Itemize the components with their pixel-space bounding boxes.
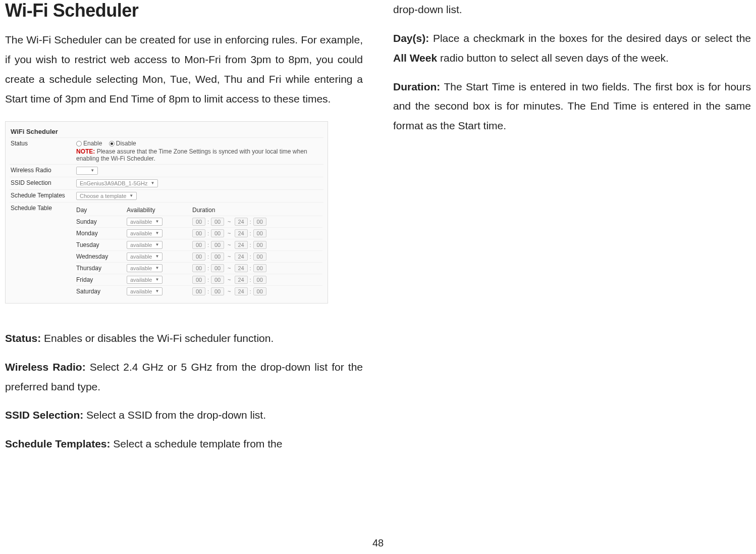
schedule-template-select[interactable]: Choose a template ▼ <box>76 192 137 200</box>
table-row: Tuesdayavailable▼00:00 ~ 24:00 <box>76 239 322 250</box>
availability-select[interactable]: available▼ <box>127 241 163 249</box>
day-name: Saturday <box>76 288 127 295</box>
start-hour-input[interactable]: 00 <box>192 287 205 295</box>
radio-icon <box>109 141 115 146</box>
col-availability: Availability <box>127 207 192 214</box>
status-label: Status <box>11 140 76 147</box>
availability-select[interactable]: available▼ <box>127 276 163 284</box>
table-row: Saturdayavailable▼00:00 ~ 24:00 <box>76 285 322 297</box>
end-min-input[interactable]: 00 <box>253 287 266 295</box>
end-min-input[interactable]: 00 <box>253 253 266 261</box>
range-tilde: ~ <box>226 242 233 248</box>
start-min-input[interactable]: 00 <box>211 264 224 272</box>
day-name: Wednesday <box>76 253 127 260</box>
start-min-input[interactable]: 00 <box>211 241 224 249</box>
start-min-input[interactable]: 00 <box>211 218 224 226</box>
availability-select[interactable]: available▼ <box>127 229 163 237</box>
range-tilde: ~ <box>226 230 233 236</box>
page-title: Wi-Fi Scheduler <box>5 0 363 21</box>
chevron-down-icon: ▼ <box>151 181 155 185</box>
start-hour-input[interactable]: 00 <box>192 253 205 261</box>
radio-icon <box>76 141 82 146</box>
time-colon: : <box>207 288 209 294</box>
def-ssid-selection: SSID Selection: Select a SSID from the d… <box>5 406 363 425</box>
time-colon: : <box>207 254 209 260</box>
select-value: available <box>130 254 152 260</box>
schedule-table-label: Schedule Table <box>11 205 76 212</box>
schedule-templates-label: Schedule Templates <box>11 192 76 199</box>
select-value: available <box>130 230 152 236</box>
start-hour-input[interactable]: 00 <box>192 241 205 249</box>
end-min-input[interactable]: 00 <box>253 264 266 272</box>
availability-select[interactable]: available▼ <box>127 287 163 295</box>
col-duration: Duration <box>192 207 293 214</box>
end-hour-input[interactable]: 24 <box>235 287 248 295</box>
end-min-input[interactable]: 00 <box>253 241 266 249</box>
range-tilde: ~ <box>226 277 233 283</box>
end-min-input[interactable]: 00 <box>253 229 266 237</box>
wireless-radio-label: Wireless Radio <box>11 167 76 174</box>
end-hour-input[interactable]: 24 <box>235 241 248 249</box>
table-row: Sundayavailable▼00:00 ~ 24:00 <box>76 216 322 227</box>
status-enable-radio[interactable]: Enable <box>76 140 102 147</box>
time-colon: : <box>207 242 209 248</box>
end-min-input[interactable]: 00 <box>253 276 266 284</box>
range-tilde: ~ <box>226 219 233 225</box>
time-colon: : <box>250 288 251 294</box>
select-value <box>80 168 87 174</box>
day-name: Thursday <box>76 265 127 272</box>
time-colon: : <box>207 230 209 236</box>
def-schedule-templates: Schedule Templates: Select a schedule te… <box>5 434 363 454</box>
time-colon: : <box>250 242 251 248</box>
availability-select[interactable]: available▼ <box>127 253 163 261</box>
start-hour-input[interactable]: 00 <box>192 264 205 272</box>
col-day: Day <box>76 207 127 214</box>
start-hour-input[interactable]: 00 <box>192 276 205 284</box>
end-hour-input[interactable]: 24 <box>235 229 248 237</box>
time-colon: : <box>250 219 251 225</box>
wireless-radio-select[interactable]: ▼ <box>76 167 98 175</box>
end-hour-input[interactable]: 24 <box>235 253 248 261</box>
table-row: Wednesdayavailable▼00:00 ~ 24:00 <box>76 250 322 262</box>
ssid-select[interactable]: EnGenius3A9ADB_1-5GHz ▼ <box>76 179 158 187</box>
day-name: Monday <box>76 230 127 237</box>
wifi-scheduler-screenshot: WiFi Scheduler Status Enable Disable NOT… <box>5 121 328 304</box>
select-value: available <box>130 288 152 294</box>
start-min-input[interactable]: 00 <box>211 287 224 295</box>
end-hour-input[interactable]: 24 <box>235 264 248 272</box>
availability-select[interactable]: available▼ <box>127 218 163 226</box>
time-colon: : <box>250 277 251 283</box>
status-disable-radio[interactable]: Disable <box>109 140 136 147</box>
range-tilde: ~ <box>226 288 233 294</box>
time-colon: : <box>207 219 209 225</box>
chevron-down-icon: ▼ <box>90 168 94 173</box>
intro-paragraph: The Wi-Fi Scheduler can be created for u… <box>5 30 363 109</box>
chevron-down-icon: ▼ <box>155 266 159 270</box>
chevron-down-icon: ▼ <box>155 231 159 235</box>
start-min-input[interactable]: 00 <box>211 229 224 237</box>
start-min-input[interactable]: 00 <box>211 253 224 261</box>
note-prefix: NOTE: <box>76 148 95 155</box>
time-colon: : <box>207 265 209 271</box>
range-tilde: ~ <box>226 254 233 260</box>
select-value: available <box>130 242 152 248</box>
def-wireless-radio: Wireless Radio: Select 2.4 GHz or 5 GHz … <box>5 358 363 397</box>
start-hour-input[interactable]: 00 <box>192 218 205 226</box>
start-min-input[interactable]: 00 <box>211 276 224 284</box>
panel-title: WiFi Scheduler <box>10 126 323 137</box>
def-status: Status: Enables or disables the Wi-Fi sc… <box>5 329 363 348</box>
chevron-down-icon: ▼ <box>155 289 159 293</box>
select-value: available <box>130 219 152 225</box>
ssid-selection-label: SSID Selection <box>11 179 76 186</box>
start-hour-input[interactable]: 00 <box>192 229 205 237</box>
chevron-down-icon: ▼ <box>155 219 159 224</box>
end-hour-input[interactable]: 24 <box>235 276 248 284</box>
def-days: Day(s): Place a checkmark in the boxes f… <box>393 29 751 68</box>
select-value: EnGenius3A9ADB_1-5GHz <box>80 180 148 186</box>
availability-select[interactable]: available▼ <box>127 264 163 272</box>
time-colon: : <box>250 254 251 260</box>
select-value: available <box>130 265 152 271</box>
end-hour-input[interactable]: 24 <box>235 218 248 226</box>
radio-label: Disable <box>116 140 136 147</box>
end-min-input[interactable]: 00 <box>253 218 266 226</box>
